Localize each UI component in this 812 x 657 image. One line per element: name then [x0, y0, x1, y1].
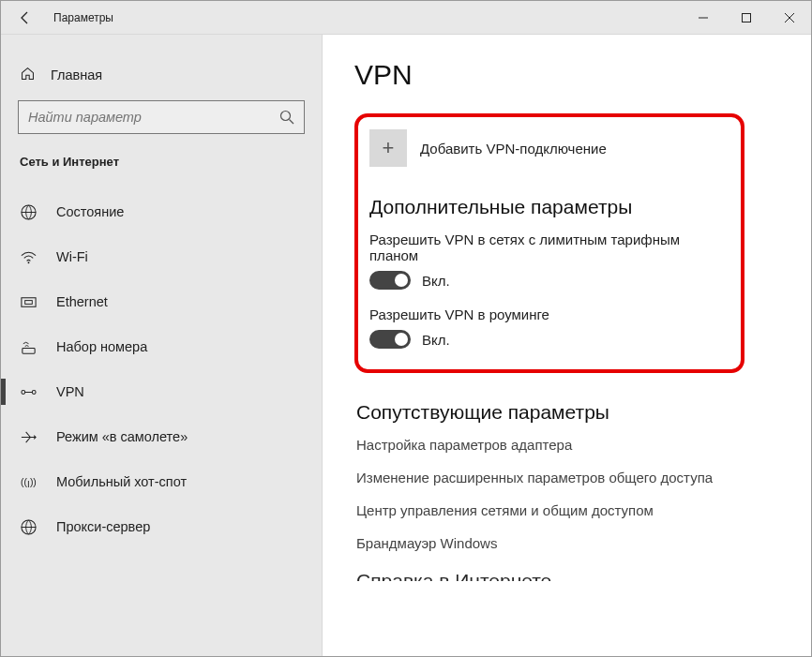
- nav-label: Прокси-сервер: [56, 519, 150, 534]
- roaming-state: Вкл.: [422, 332, 450, 348]
- help-header-cutoff: Справка в Интернете: [356, 568, 811, 581]
- nav-item-vpn[interactable]: VPN: [1, 369, 322, 414]
- home-link[interactable]: Главная: [1, 59, 322, 91]
- advanced-header: Дополнительные параметры: [369, 196, 718, 218]
- svg-point-12: [32, 390, 36, 394]
- settings-window: Параметры Главная: [0, 0, 812, 657]
- search-box[interactable]: [18, 100, 305, 134]
- wifi-icon: [20, 248, 38, 266]
- nav-label: Набор номера: [56, 339, 147, 354]
- back-button[interactable]: [14, 7, 37, 29]
- titlebar: Параметры: [1, 1, 811, 35]
- vpn-icon: [20, 383, 38, 401]
- link-adapter-settings[interactable]: Настройка параметров адаптера: [356, 437, 811, 453]
- window-body: Главная Сеть и Интернет Состояние Wi-Fi: [1, 35, 811, 656]
- close-button[interactable]: [768, 1, 811, 35]
- maximize-button[interactable]: [725, 1, 768, 35]
- svg-rect-10: [23, 348, 35, 353]
- hotspot-icon: ((ן)): [20, 473, 38, 491]
- page-title: VPN: [354, 59, 811, 91]
- nav-item-hotspot[interactable]: ((ן)) Мобильный хот-спот: [1, 459, 322, 504]
- status-icon: [20, 203, 38, 221]
- related-header: Сопутствующие параметры: [356, 401, 811, 424]
- metered-label: Разрешить VPN в сетях с лимитным тарифны…: [369, 231, 718, 263]
- search-input[interactable]: [28, 110, 279, 125]
- metered-state: Вкл.: [422, 273, 450, 289]
- dialup-icon: [20, 338, 38, 356]
- search-icon: [279, 110, 294, 125]
- nav-label: Режим «в самолете»: [56, 429, 188, 444]
- home-label: Главная: [51, 67, 102, 82]
- home-icon: [20, 66, 36, 85]
- add-vpn-button[interactable]: + Добавить VPN-подключение: [369, 128, 718, 168]
- sidebar: Главная Сеть и Интернет Состояние Wi-Fi: [1, 35, 323, 656]
- highlight-box: + Добавить VPN-подключение Дополнительны…: [354, 113, 744, 373]
- nav-label: Состояние: [56, 204, 124, 219]
- window-title: Параметры: [53, 11, 113, 24]
- svg-rect-8: [22, 297, 36, 306]
- link-network-center[interactable]: Центр управления сетями и общим доступом: [356, 502, 811, 518]
- svg-point-7: [28, 261, 30, 263]
- nav-item-status[interactable]: Состояние: [1, 189, 322, 234]
- svg-rect-1: [743, 13, 751, 22]
- link-sharing-settings[interactable]: Изменение расширенных параметров общего …: [356, 470, 811, 485]
- ethernet-icon: [20, 293, 38, 311]
- minimize-button[interactable]: [682, 1, 725, 35]
- section-header: Сеть и Интернет: [20, 155, 305, 169]
- nav-label: Wi-Fi: [56, 249, 88, 264]
- nav-list: Состояние Wi-Fi Ethernet Набор номера VP…: [1, 189, 322, 549]
- metered-toggle[interactable]: [369, 271, 411, 290]
- roaming-toggle[interactable]: [369, 330, 411, 349]
- metered-toggle-row: Вкл.: [369, 271, 718, 290]
- window-controls: [682, 1, 811, 35]
- airplane-icon: [20, 428, 38, 446]
- svg-point-4: [281, 112, 291, 121]
- nav-item-dialup[interactable]: Набор номера: [1, 324, 322, 369]
- link-firewall[interactable]: Брандмауэр Windows: [356, 535, 811, 551]
- nav-item-proxy[interactable]: Прокси-сервер: [1, 504, 322, 549]
- svg-line-5: [290, 120, 294, 125]
- proxy-icon: [20, 518, 38, 536]
- content-pane: VPN + Добавить VPN-подключение Дополните…: [323, 35, 811, 656]
- nav-item-airplane[interactable]: Режим «в самолете»: [1, 414, 322, 459]
- add-vpn-label: Добавить VPN-подключение: [420, 141, 607, 157]
- nav-label: Мобильный хот-спот: [56, 474, 187, 489]
- nav-label: Ethernet: [56, 294, 108, 309]
- svg-rect-9: [25, 300, 33, 304]
- roaming-toggle-row: Вкл.: [369, 330, 718, 349]
- svg-point-11: [22, 390, 25, 394]
- nav-item-ethernet[interactable]: Ethernet: [1, 279, 322, 324]
- nav-item-wifi[interactable]: Wi-Fi: [1, 234, 322, 279]
- plus-icon: +: [369, 129, 407, 167]
- roaming-label: Разрешить VPN в роуминге: [369, 306, 718, 322]
- svg-text:((ן)): ((ן)): [21, 477, 37, 487]
- nav-label: VPN: [56, 384, 84, 399]
